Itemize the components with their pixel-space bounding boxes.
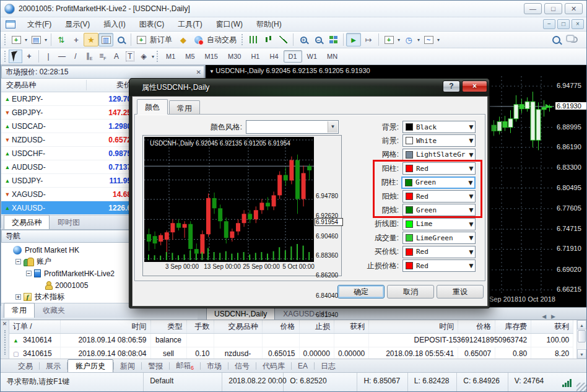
toolbar-grip[interactable] [4,51,6,62]
terminal-column-header[interactable]: 库存费 [495,320,531,333]
terminal-tab[interactable]: EA [292,360,314,372]
close-button[interactable]: ✕ [565,3,583,14]
chevron-down-icon[interactable]: ▾ [152,54,154,59]
close-icon[interactable]: ✕ [1,320,9,328]
autotrading-label[interactable]: 自动交易 [207,35,237,45]
new-order-button[interactable]: + [134,33,149,46]
bar-chart-button[interactable] [246,33,261,46]
dialog-help-button[interactable]: ? [443,81,460,92]
menu-item[interactable]: 显示(V) [58,17,97,32]
dialog-tab[interactable]: 常用 [169,100,200,115]
periods-button[interactable]: ◷ [401,33,416,46]
chevron-down-icon[interactable]: ▾ [398,37,400,43]
navigator-tab[interactable]: 收藏夹 [35,303,73,318]
sc roll-up-icon[interactable]: ▲ [577,320,586,329]
color-select[interactable]: LimeGreen ▼ [402,232,476,244]
terminal-column-header[interactable]: 交易品种 [214,320,262,333]
toolbar-grip[interactable] [157,51,159,62]
tick-chart-button[interactable]: ⇅ [54,33,69,46]
terminal-tab[interactable]: 新闻 [114,359,141,373]
search-icon[interactable] [552,36,560,44]
status-profile[interactable]: Default [144,373,222,391]
mdi-restore-button[interactable]: □ [557,19,570,29]
terminal-column-header[interactable]: 类型 [150,320,186,333]
maximize-button[interactable]: □ [544,3,562,14]
terminal-column-header[interactable]: 获利 [531,320,573,333]
line-chart-button[interactable] [276,33,290,46]
mdi-close-button[interactable]: × [572,19,584,29]
candlestick-chart-button[interactable] [261,33,276,46]
terminal-scrollbar[interactable]: ▲ ▼ [576,320,586,359]
timeframe-M5[interactable]: M5 [180,50,199,63]
zoom-out-button[interactable]: − [311,33,326,46]
collapse-icon[interactable]: − [15,259,21,264]
tab-scroll-arrows[interactable]: ◀▶ [542,313,560,320]
minimize-button[interactable]: — [524,3,542,14]
reset-button[interactable]: 重设 [437,285,484,298]
chevron-down-icon[interactable]: ▾ [417,37,420,43]
terminal-tab[interactable]: 代码库 [256,359,291,373]
crosshair-tool-button[interactable]: + [22,50,36,63]
cancel-button[interactable]: 取消 [387,285,434,298]
chart-tab[interactable]: USDCNH-,Daily [206,308,275,320]
chart-window-icon[interactable] [6,20,15,28]
timeframe-MN[interactable]: MN [322,50,342,63]
channel-button[interactable]: ∥E [82,50,96,63]
menu-item[interactable]: 帮助(H) [250,17,289,32]
dialog-tab[interactable]: 颜色 [137,99,168,115]
chevron-down-icon[interactable]: ▾ [25,37,27,43]
terminal-tab[interactable]: 账户历史 [67,359,113,373]
fibonacci-button[interactable]: ≡F [96,50,110,63]
cursor-tool-button[interactable] [9,50,22,63]
shapes-button[interactable]: ◈ [137,50,150,63]
templates-favorites-button[interactable]: ★ [84,33,98,46]
market-watch-tab[interactable]: 即时图 [50,215,88,230]
terminal-tab[interactable]: 日志 [315,359,342,373]
vertical-line-button[interactable]: | [41,50,55,63]
menu-item[interactable]: 工具(T) [171,17,209,32]
chevron-down-icon[interactable]: ▾ [45,37,47,43]
scrollbar-thumb[interactable] [578,330,586,342]
color-select[interactable]: Red ▼ [402,246,476,258]
market-watch-toggle-button[interactable]: ▥ [98,33,113,46]
menu-item[interactable]: 窗口(W) [209,17,250,32]
table-row[interactable]: ▲3410614 2018.09.14 08:06:59balance DEPO… [9,333,573,347]
auto-scroll-button[interactable]: ▶ [346,33,361,46]
chart-shift-button[interactable]: ↦ [361,33,376,46]
zoom-in-button[interactable]: + [296,33,311,46]
terminal-tab[interactable]: 市场 [201,359,228,373]
chevron-down-icon[interactable]: ▾ [437,37,440,43]
panel-drag-handle[interactable] [4,330,6,355]
close-icon[interactable]: ✕ [196,66,201,78]
timeframe-H4[interactable]: H4 [264,50,283,63]
templates-button[interactable]: ~ [421,33,436,46]
color-select[interactable]: Lime ▼ [402,218,476,230]
table-row[interactable]: ▢3410615 2018.09.14 08:08:04sell0.10 nzd… [9,347,573,359]
data-window-button[interactable] [113,33,128,46]
tile-windows-button[interactable] [326,33,341,46]
crosshair-window-button[interactable]: + [69,33,84,46]
trendline-button[interactable]: / [69,50,82,63]
new-chart-button[interactable]: + [9,33,24,46]
terminal-tab[interactable]: 邮箱6 [170,359,200,373]
timeframe-H1[interactable]: H1 [246,50,264,63]
dialog-titlebar[interactable]: 属性USDCNH-,Daily [129,79,489,96]
ok-button[interactable]: 确定 [337,285,385,298]
new-order-label[interactable]: 新订单 [150,35,172,45]
color-select[interactable]: Red ▼ [402,259,476,272]
color-select[interactable]: Black ▼ [402,121,476,133]
timeframe-D1[interactable]: D1 [284,50,302,63]
terminal-column-header[interactable]: 止损 [299,320,334,333]
terminal-column-header[interactable]: 时间 [369,320,458,333]
terminal-column-header[interactable]: 获利 [334,320,368,333]
collapse-icon[interactable]: − [26,271,32,276]
resize-grip[interactable] [576,383,586,391]
label-tool-button[interactable]: T [123,50,137,63]
terminal-tab[interactable]: 信号 [228,359,256,373]
color-select[interactable]: White ▼ [402,134,476,147]
timeframe-M1[interactable]: M1 [161,50,180,63]
menu-item[interactable]: 文件(F) [20,17,58,32]
terminal-tab[interactable]: 交易 [12,359,39,373]
color-select[interactable]: LightSlateGr ▼ [402,149,476,161]
text-tool-button[interactable]: A [110,50,123,63]
